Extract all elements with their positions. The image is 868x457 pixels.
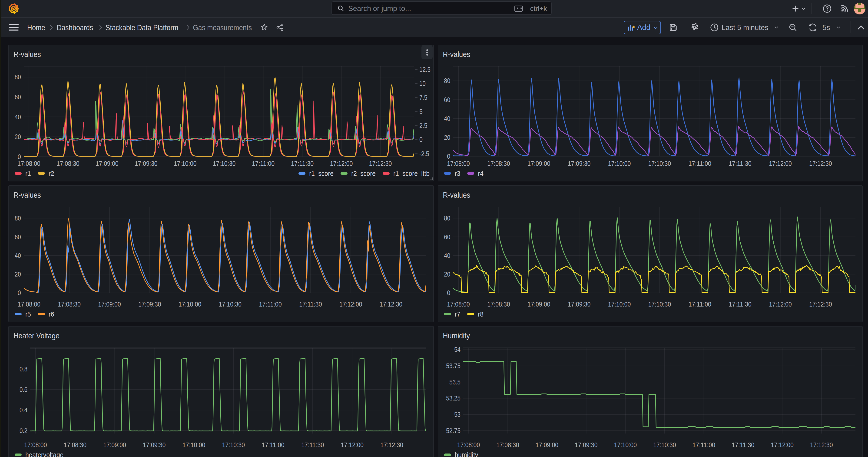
svg-text:60: 60 bbox=[14, 93, 21, 101]
svg-text:heatervoltage: heatervoltage bbox=[25, 451, 63, 457]
svg-text:60: 60 bbox=[444, 233, 450, 241]
svg-text:17:09:00: 17:09:00 bbox=[527, 159, 550, 167]
svg-text:17:11:30: 17:11:30 bbox=[732, 441, 754, 449]
svg-text:17:09:00: 17:09:00 bbox=[98, 300, 121, 308]
svg-text:r1: r1 bbox=[25, 170, 31, 177]
svg-text:40: 40 bbox=[14, 252, 21, 259]
svg-text:0: 0 bbox=[420, 135, 423, 143]
svg-text:40: 40 bbox=[14, 113, 21, 121]
svg-text:17:10:00: 17:10:00 bbox=[174, 159, 196, 167]
svg-text:0.4: 0.4 bbox=[20, 406, 27, 414]
svg-text:17:09:30: 17:09:30 bbox=[134, 159, 157, 167]
svg-text:17:09:00: 17:09:00 bbox=[96, 159, 118, 167]
svg-text:17:12:30: 17:12:30 bbox=[809, 159, 832, 167]
svg-text:humidity: humidity bbox=[455, 451, 478, 457]
svg-text:17:10:30: 17:10:30 bbox=[648, 300, 671, 308]
svg-text:17:08:00: 17:08:00 bbox=[18, 159, 40, 167]
svg-text:0.8: 0.8 bbox=[20, 365, 27, 373]
svg-text:17:12:30: 17:12:30 bbox=[369, 159, 392, 167]
svg-text:r1_score: r1_score bbox=[309, 170, 334, 177]
svg-text:17:11:30: 17:11:30 bbox=[291, 159, 314, 167]
svg-text:80: 80 bbox=[14, 73, 21, 81]
svg-text:17:08:30: 17:08:30 bbox=[487, 300, 510, 308]
svg-text:17:12:00: 17:12:00 bbox=[771, 441, 794, 449]
svg-text:17:10:30: 17:10:30 bbox=[653, 441, 676, 449]
svg-text:17:12:00: 17:12:00 bbox=[769, 159, 792, 167]
svg-text:17:11:00: 17:11:00 bbox=[692, 441, 715, 449]
svg-text:0: 0 bbox=[18, 153, 21, 160]
svg-text:60: 60 bbox=[14, 233, 21, 241]
svg-text:17:09:30: 17:09:30 bbox=[138, 300, 161, 308]
svg-text:17:09:30: 17:09:30 bbox=[575, 441, 598, 449]
svg-text:17:09:00: 17:09:00 bbox=[535, 441, 558, 449]
svg-text:17:12:00: 17:12:00 bbox=[769, 300, 792, 308]
svg-text:52.75: 52.75 bbox=[446, 427, 461, 434]
svg-text:80: 80 bbox=[444, 214, 450, 222]
svg-text:r4: r4 bbox=[478, 170, 484, 177]
svg-text:17:08:30: 17:08:30 bbox=[496, 441, 519, 449]
svg-text:10: 10 bbox=[420, 80, 426, 87]
svg-text:40: 40 bbox=[444, 252, 450, 259]
svg-text:60: 60 bbox=[444, 96, 450, 103]
svg-text:17:12:00: 17:12:00 bbox=[341, 441, 364, 449]
svg-text:17:12:00: 17:12:00 bbox=[339, 300, 362, 308]
svg-text:r5: r5 bbox=[25, 310, 31, 318]
svg-text:53: 53 bbox=[454, 410, 461, 418]
svg-text:0: 0 bbox=[447, 289, 450, 297]
svg-text:17:09:30: 17:09:30 bbox=[568, 159, 590, 167]
svg-text:7.5: 7.5 bbox=[420, 93, 427, 101]
svg-text:12.5: 12.5 bbox=[420, 66, 431, 73]
svg-text:17:10:30: 17:10:30 bbox=[648, 159, 671, 167]
svg-text:17:11:30: 17:11:30 bbox=[301, 441, 324, 449]
svg-text:17:08:00: 17:08:00 bbox=[18, 300, 40, 308]
svg-text:17:09:30: 17:09:30 bbox=[143, 441, 166, 449]
svg-text:17:09:30: 17:09:30 bbox=[568, 300, 590, 308]
svg-text:17:12:30: 17:12:30 bbox=[809, 300, 832, 308]
svg-text:54: 54 bbox=[454, 345, 461, 353]
svg-text:20: 20 bbox=[14, 270, 21, 278]
svg-text:5: 5 bbox=[420, 108, 423, 115]
svg-text:17:08:00: 17:08:00 bbox=[447, 159, 470, 167]
svg-text:17:11:00: 17:11:00 bbox=[688, 159, 711, 167]
svg-text:17:11:00: 17:11:00 bbox=[262, 441, 284, 449]
svg-text:17:12:00: 17:12:00 bbox=[330, 159, 353, 167]
svg-text:0.6: 0.6 bbox=[20, 386, 27, 393]
svg-text:17:11:30: 17:11:30 bbox=[729, 159, 751, 167]
svg-text:17:11:00: 17:11:00 bbox=[259, 300, 282, 308]
svg-text:17:11:00: 17:11:00 bbox=[252, 159, 275, 167]
svg-text:17:09:00: 17:09:00 bbox=[527, 300, 550, 308]
svg-text:17:11:30: 17:11:30 bbox=[729, 300, 751, 308]
svg-text:17:12:30: 17:12:30 bbox=[380, 300, 402, 308]
svg-text:17:08:30: 17:08:30 bbox=[64, 441, 87, 449]
svg-text:17:12:30: 17:12:30 bbox=[380, 441, 403, 449]
svg-text:r3: r3 bbox=[455, 170, 460, 177]
svg-text:r2_score: r2_score bbox=[351, 170, 376, 177]
svg-text:17:10:00: 17:10:00 bbox=[179, 300, 201, 308]
svg-text:r6: r6 bbox=[49, 310, 54, 318]
svg-text:17:11:00: 17:11:00 bbox=[688, 300, 711, 308]
svg-text:17:08:30: 17:08:30 bbox=[487, 159, 510, 167]
svg-text:17:12:30: 17:12:30 bbox=[810, 441, 833, 449]
svg-text:80: 80 bbox=[14, 214, 21, 222]
svg-text:17:09:00: 17:09:00 bbox=[103, 441, 126, 449]
svg-text:r2: r2 bbox=[49, 170, 54, 177]
svg-text:r1_score_lttb: r1_score_lttb bbox=[393, 170, 430, 177]
svg-text:17:08:00: 17:08:00 bbox=[447, 300, 470, 308]
svg-text:53.5: 53.5 bbox=[450, 378, 461, 386]
svg-text:r7: r7 bbox=[455, 310, 460, 318]
svg-text:17:10:30: 17:10:30 bbox=[213, 159, 236, 167]
svg-text:17:08:30: 17:08:30 bbox=[58, 300, 81, 308]
svg-text:17:08:00: 17:08:00 bbox=[24, 441, 47, 449]
svg-text:17:10:30: 17:10:30 bbox=[219, 300, 242, 308]
svg-text:2.5: 2.5 bbox=[420, 122, 427, 129]
svg-text:-2.5: -2.5 bbox=[420, 150, 429, 157]
svg-text:r8: r8 bbox=[478, 310, 484, 318]
svg-text:17:10:30: 17:10:30 bbox=[222, 441, 245, 449]
svg-text:53.75: 53.75 bbox=[446, 362, 461, 370]
svg-text:20: 20 bbox=[444, 270, 450, 278]
svg-text:20: 20 bbox=[14, 133, 21, 141]
svg-text:40: 40 bbox=[444, 115, 450, 122]
svg-text:17:08:30: 17:08:30 bbox=[57, 159, 79, 167]
svg-text:0: 0 bbox=[18, 289, 21, 297]
svg-text:20: 20 bbox=[444, 133, 450, 141]
